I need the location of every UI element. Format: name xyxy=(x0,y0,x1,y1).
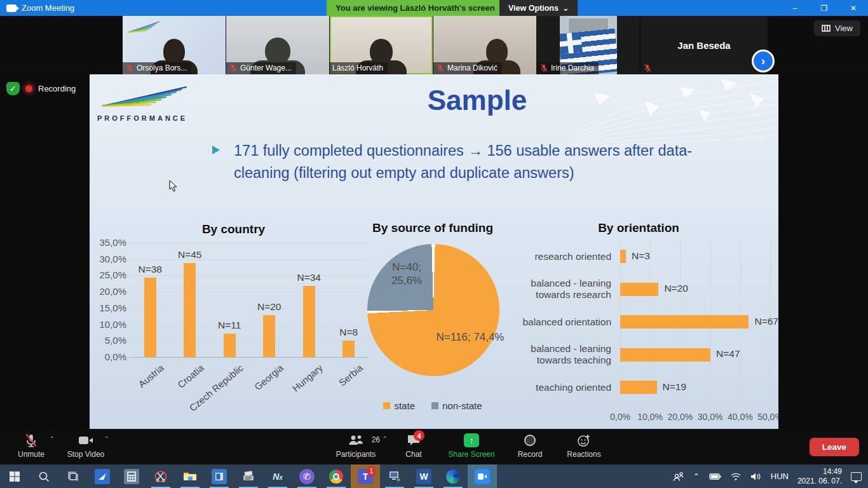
participant-name: László Horváth xyxy=(332,64,383,72)
calculator-icon xyxy=(124,469,139,484)
video-tile-gunter[interactable]: Günter Wage... xyxy=(226,16,329,74)
bar-balanced-leaning-towards-research xyxy=(620,283,658,296)
teams-notification-badge: 1 xyxy=(367,466,376,476)
wifi-icon[interactable] xyxy=(730,472,742,481)
taskbar-app-teams-active[interactable]: T 1 xyxy=(351,464,380,488)
bar-research-oriented xyxy=(620,250,626,263)
record-icon xyxy=(524,435,536,446)
taskbar-app-word[interactable]: W xyxy=(409,464,438,488)
mic-muted-icon xyxy=(24,433,38,447)
bar-teaching-oriented xyxy=(620,381,657,394)
chevron-up-icon[interactable]: ⌃ xyxy=(104,435,109,442)
clock-date: 2021. 06. 07. xyxy=(797,477,842,486)
word-icon: W xyxy=(416,469,431,484)
people-tray-icon[interactable] xyxy=(673,471,684,482)
zoom-app-icon xyxy=(6,4,17,12)
viber-icon: ✆ xyxy=(299,469,315,484)
zoom-meeting-window: Zoom Meeting You are viewing László Horv… xyxy=(0,0,868,488)
gridline xyxy=(129,259,369,260)
zoom-app-icon xyxy=(475,469,490,484)
bar-croatia xyxy=(184,263,196,357)
muted-mic-icon xyxy=(643,64,652,72)
x-axis-tick: 50,0% xyxy=(753,412,778,422)
bar-value-label: N=45 xyxy=(168,249,212,261)
profformance-logo: PROFFORMANCE xyxy=(97,83,193,122)
taskbar-app-viber[interactable]: ✆ xyxy=(292,464,322,488)
taskbar-app-remote-desktop[interactable] xyxy=(380,464,409,488)
chart-by-country: By country 35,0%30,0%25,0%20,0%15,0%10,0… xyxy=(92,222,375,427)
chat-button[interactable]: Chat 4 xyxy=(389,429,438,464)
bar-georgia xyxy=(263,315,275,357)
taskbar-app-photos[interactable] xyxy=(205,464,234,488)
video-tile-laszlo-active-speaker[interactable]: László Horváth xyxy=(330,16,433,74)
chart-title: By orientation xyxy=(502,221,775,235)
logo-wordmark: PROFFORMANCE xyxy=(97,114,193,122)
volume-icon[interactable] xyxy=(750,472,762,481)
participant-name: Orsolya Bors... xyxy=(137,64,187,72)
unmute-button[interactable]: Unmute ⌃ xyxy=(4,429,58,464)
taskbar-app-nx[interactable]: Nx xyxy=(263,464,292,488)
close-button[interactable]: ✕ xyxy=(839,0,868,16)
taskbar-search-button[interactable] xyxy=(29,464,58,488)
bar-hungary xyxy=(303,286,315,357)
bar-balanced-leaning-towards-teaching xyxy=(620,348,710,362)
edge-icon xyxy=(446,470,460,484)
gridline xyxy=(129,275,369,276)
camera-icon xyxy=(78,433,93,447)
chevron-up-icon[interactable]: ⌃ xyxy=(50,435,55,442)
category-label: balanced orientation xyxy=(502,306,611,339)
file-explorer-icon xyxy=(183,471,197,482)
pie-legend: statenon-state xyxy=(360,400,506,411)
legend-item-state: state xyxy=(383,400,415,411)
legend-item-non-state: non-state xyxy=(431,400,482,411)
video-tile-orsolya[interactable]: Orsolya Bors... xyxy=(123,16,226,74)
video-tile-irine[interactable]: Irine Darchia xyxy=(537,16,640,74)
pie-slice-label-state: N=116; 74,4% xyxy=(435,330,506,344)
chart-title: By country xyxy=(92,222,375,236)
participants-button[interactable]: Participants 26 ⌃ xyxy=(323,429,389,464)
muted-mic-icon xyxy=(125,64,134,72)
taskbar-app-calculator[interactable] xyxy=(117,464,146,488)
category-label: balanced - leaning towards research xyxy=(502,273,611,306)
language-indicator[interactable]: HUN xyxy=(771,471,789,481)
bar-value-label: N=67 xyxy=(754,316,778,327)
hidden-icons-chevron[interactable]: ⌃ xyxy=(693,472,700,481)
y-axis-tick: 25,0% xyxy=(92,269,126,280)
task-view-button[interactable] xyxy=(58,464,88,488)
next-participants-button[interactable]: › xyxy=(752,50,775,72)
video-tile-marina[interactable]: Marina Diković xyxy=(433,16,536,74)
taskbar-app-chrome[interactable] xyxy=(322,464,351,488)
slide-title: Sample xyxy=(331,85,623,116)
title-bar: Zoom Meeting You are viewing László Horv… xyxy=(0,0,868,16)
reactions-button[interactable]: Reactions xyxy=(555,429,613,464)
minimize-button[interactable]: – xyxy=(780,0,810,16)
taskbar-app-fax[interactable] xyxy=(234,464,263,488)
taskbar-app-file-explorer[interactable] xyxy=(175,464,205,488)
battery-icon[interactable] xyxy=(709,473,721,480)
taskbar-app-zoom-active[interactable] xyxy=(468,464,497,488)
scan-app-icon xyxy=(95,469,110,484)
start-button[interactable] xyxy=(0,464,29,488)
snipping-tool-icon xyxy=(154,470,167,483)
security-shield-icon[interactable] xyxy=(6,82,20,95)
system-tray: ⌃ HUN 14:49 2021. 06. 07. xyxy=(673,464,868,488)
taskbar-clock[interactable]: 14:49 2021. 06. 07. xyxy=(797,467,842,486)
clock-time: 14:49 xyxy=(797,467,842,477)
chevron-up-icon[interactable]: ⌃ xyxy=(383,435,388,442)
record-button[interactable]: Record xyxy=(505,429,555,464)
stop-video-button[interactable]: Stop Video ⌃ xyxy=(58,429,113,464)
taskbar-app-edge[interactable] xyxy=(438,464,468,488)
chart-by-source-of-funding: By source of funding N=40; 25,6% N=116; … xyxy=(360,221,506,426)
taskbar-app-scan[interactable] xyxy=(88,464,117,488)
video-tile-jan[interactable]: Jan Beseda xyxy=(641,16,768,74)
category-label: teaching oriented xyxy=(502,371,611,404)
share-screen-button[interactable]: ↑ Share Screen xyxy=(438,429,505,464)
taskbar-app-snipping-tool[interactable] xyxy=(146,464,175,488)
maximize-button[interactable]: ❐ xyxy=(810,0,839,16)
view-options-button[interactable]: View Options ⌄ xyxy=(499,0,578,16)
view-button[interactable]: View xyxy=(814,20,860,36)
leave-button[interactable]: Leave xyxy=(810,438,859,456)
action-center-icon[interactable] xyxy=(851,472,862,481)
gridline xyxy=(129,243,369,243)
search-icon xyxy=(38,471,50,482)
